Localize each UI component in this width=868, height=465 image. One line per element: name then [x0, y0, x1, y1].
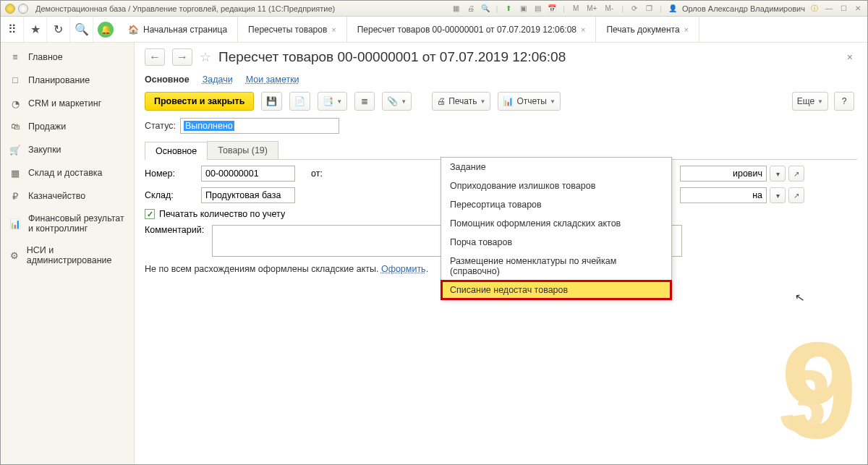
close-icon[interactable]: ×	[581, 25, 585, 34]
sidebar-item-warehouse[interactable]: ▦Склад и доставка	[1, 161, 134, 184]
from-label: от:	[311, 168, 323, 179]
commit-close-button[interactable]: Провести и закрыть	[145, 92, 254, 111]
sidebar-item-label: Финансовый результат и контроллинг	[28, 213, 125, 234]
print-icon[interactable]: 🖨	[466, 4, 476, 14]
favorite-toggle-icon[interactable]: ☆	[200, 49, 211, 65]
info-icon[interactable]: ⓘ	[809, 4, 820, 14]
warehouse-field[interactable]: Продуктовая база	[201, 187, 295, 203]
menu-icon: ≡	[9, 51, 21, 63]
user-name: Орлов Александр Владимирович	[682, 4, 805, 13]
checkbox-icon: ✓	[145, 209, 155, 219]
help-button[interactable]: ?	[834, 92, 854, 111]
boxes-icon: ▦	[9, 167, 21, 179]
close-page-button[interactable]: ×	[847, 51, 857, 63]
menu-item-writeoff[interactable]: Списание недостач товаров	[441, 281, 671, 299]
print-qty-label: Печатать количество по учету	[159, 209, 285, 219]
tab-home-label: Начальная страница	[143, 25, 227, 35]
extra-field[interactable]: на	[680, 187, 767, 203]
sidebar-item-sales[interactable]: 🛍Продажи	[1, 115, 134, 138]
memory-mplus[interactable]: M+	[585, 4, 598, 14]
section-links: Основное Задачи Мои заметки	[145, 74, 857, 85]
refresh-icon[interactable]: ⟳	[629, 4, 639, 14]
tab-recount-doc-label: Пересчет товаров 00-00000001 от 07.07.20…	[357, 25, 576, 35]
doc-icon[interactable]: 🔍	[480, 4, 490, 14]
sidebar: ≡Главное □Планирование ◔CRM и маркетинг …	[1, 43, 135, 464]
memory-m[interactable]: M	[571, 4, 581, 14]
mouse-cursor-icon: ↖	[793, 290, 805, 305]
minimize-button[interactable]: —	[824, 4, 834, 14]
tab-print-doc-label: Печать документа	[606, 25, 679, 35]
close-icon[interactable]: ×	[684, 25, 689, 34]
sidebar-item-label: НСИ и администрирование	[27, 245, 125, 265]
status-value: Выполнено	[184, 121, 234, 131]
save-button[interactable]: 💾	[261, 92, 282, 111]
tab-home[interactable]: 🏠 Начальная страница	[118, 17, 238, 42]
open-button[interactable]: ↗	[788, 166, 804, 182]
sidebar-item-planning[interactable]: □Планирование	[1, 69, 134, 92]
content-area: ← → ☆ Пересчет товаров 00-00000001 от 07…	[135, 43, 867, 464]
create-based-button[interactable]: 📑▼	[318, 92, 347, 111]
up-icon[interactable]: ⬆	[503, 4, 514, 14]
sidebar-item-fin[interactable]: 📊Финансовый результат и контроллинг	[1, 208, 134, 239]
tab-recount-doc[interactable]: Пересчет товаров 00-00000001 от 07.07.20…	[347, 17, 597, 42]
print-button[interactable]: 🖨 Печать▼	[432, 92, 490, 111]
cart-icon: 🛒	[9, 144, 21, 155]
maximize-button[interactable]: ☐	[838, 4, 848, 14]
reports-button[interactable]: 📊 Отчеты▼	[498, 92, 560, 111]
windows-icon[interactable]: ❐	[644, 4, 654, 14]
sidebar-item-treasury[interactable]: ₽Казначейство	[1, 184, 134, 208]
sidebar-item-label: Планирование	[28, 75, 90, 85]
grid-icon[interactable]: ▦	[451, 4, 461, 14]
menu-item-task[interactable]: Задание	[441, 158, 671, 176]
close-window-button[interactable]: ✕	[853, 4, 863, 14]
apps-grid-icon[interactable]: ⠿	[1, 17, 24, 42]
page-icon[interactable]: ▤	[532, 4, 542, 14]
tab-print-doc[interactable]: Печать документа ×	[596, 17, 699, 42]
home-icon: 🏠	[128, 25, 139, 35]
menu-item-damage[interactable]: Порча товаров	[441, 233, 671, 252]
dropdown-button[interactable]: ▾	[770, 187, 786, 203]
attach-button[interactable]: 📎▼	[382, 92, 412, 111]
open-button[interactable]: ↗	[788, 187, 804, 203]
close-icon[interactable]: ×	[331, 25, 336, 34]
page-title: Пересчет товаров 00-00000001 от 07.07.20…	[218, 49, 566, 65]
tab-recounts[interactable]: Пересчеты товаров ×	[238, 17, 347, 42]
chart-icon: □	[9, 74, 21, 86]
list-button[interactable]: ≣	[354, 92, 375, 111]
menu-item-surplus[interactable]: Оприходование излишков товаров	[441, 176, 671, 195]
doc-tab-goods[interactable]: Товары (19)	[207, 141, 278, 159]
user-icon: 👤	[668, 4, 678, 14]
pie-icon: ◔	[9, 98, 21, 109]
sidebar-item-nsi[interactable]: ⚙НСИ и администрирование	[1, 239, 134, 271]
menu-item-placement[interactable]: Размещение номенклатуры по ячейкам (спра…	[441, 252, 671, 281]
menu-item-resort[interactable]: Пересортица товаров	[441, 195, 671, 214]
post-button[interactable]: 📄	[289, 92, 310, 111]
sidebar-item-main[interactable]: ≡Главное	[1, 46, 134, 69]
sidebar-item-purchases[interactable]: 🛒Закупки	[1, 138, 134, 161]
more-button[interactable]: Еще▼	[792, 92, 828, 111]
nav-forward-button[interactable]: →	[172, 48, 192, 66]
number-field[interactable]: 00-00000001	[201, 166, 295, 182]
link-main[interactable]: Основное	[145, 74, 190, 85]
link-notes[interactable]: Мои заметки	[246, 74, 299, 85]
square-icon[interactable]: ▣	[518, 4, 528, 14]
history-icon[interactable]: ↻	[47, 17, 70, 42]
link-tasks[interactable]: Задачи	[203, 74, 233, 85]
favorites-icon[interactable]: ★	[24, 17, 47, 42]
create-acts-link[interactable]: Оформить	[381, 264, 426, 274]
sidebar-item-label: Продажи	[28, 121, 66, 132]
calendar-icon[interactable]: 📅	[547, 4, 557, 14]
status-field[interactable]: Выполнено	[180, 118, 339, 134]
sidebar-item-crm[interactable]: ◔CRM и маркетинг	[1, 92, 134, 115]
search-icon[interactable]: 🔍	[70, 17, 93, 42]
menu-item-assistant[interactable]: Помощник оформления складских актов	[441, 214, 671, 233]
bars-icon: 📊	[9, 218, 21, 229]
nav-back-button[interactable]: ←	[145, 48, 165, 66]
responsible-field[interactable]: ирович	[680, 166, 767, 182]
warehouse-label: Склад:	[145, 190, 195, 200]
dropdown-button[interactable]: ▾	[770, 166, 786, 182]
doc-tab-main[interactable]: Основное	[145, 142, 208, 160]
notifications-button[interactable]: 🔔	[93, 17, 118, 42]
dropdown-orb-icon[interactable]	[18, 4, 28, 14]
memory-mminus[interactable]: M-	[603, 4, 616, 14]
